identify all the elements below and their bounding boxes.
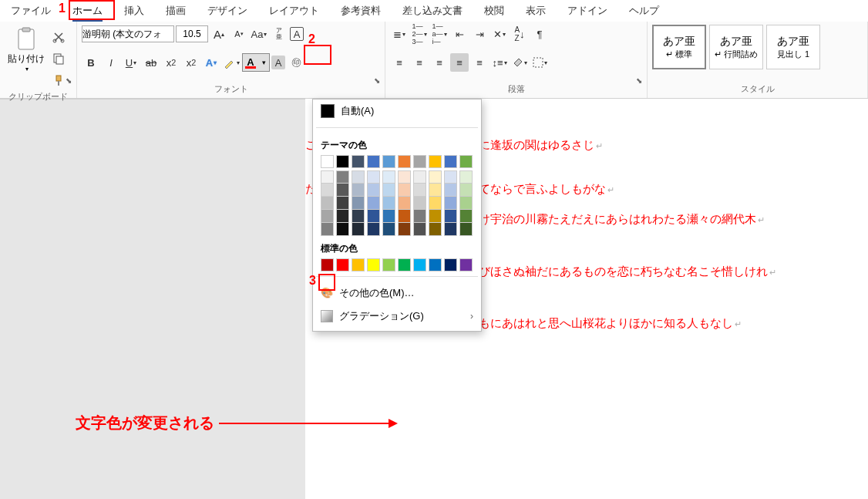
color-swatch[interactable] (398, 258, 411, 271)
paste-button[interactable]: 貼り付け ▾ (5, 25, 48, 74)
underline-button[interactable]: U▾ (122, 53, 140, 72)
color-swatch[interactable] (382, 155, 395, 168)
character-border-button[interactable]: A (290, 27, 304, 41)
color-swatch[interactable] (321, 170, 334, 184)
color-swatch[interactable] (367, 197, 380, 210)
color-swatch[interactable] (459, 197, 473, 210)
color-swatch[interactable] (321, 223, 334, 236)
style-card[interactable]: あア亜↵ 標準 (652, 25, 706, 69)
color-swatch[interactable] (352, 184, 365, 197)
multilevel-list-button[interactable]: 1—a—i—▾ (430, 25, 449, 43)
color-swatch[interactable] (352, 170, 365, 184)
color-swatch[interactable] (413, 155, 426, 168)
color-swatch[interactable] (352, 258, 365, 271)
align-right-button[interactable]: ≡ (430, 53, 449, 72)
color-swatch[interactable] (444, 184, 457, 197)
cut-button[interactable] (49, 28, 68, 46)
color-swatch[interactable] (367, 184, 380, 197)
tab-11[interactable]: ヘルプ (618, 1, 670, 21)
color-swatch[interactable] (367, 155, 380, 168)
shading-button[interactable]: ▾ (510, 53, 529, 72)
color-swatch[interactable] (429, 197, 442, 210)
copy-button[interactable] (49, 49, 68, 68)
superscript-button[interactable]: x2 (182, 53, 200, 72)
show-hide-marks-button[interactable]: ¶ (530, 25, 549, 43)
color-swatch[interactable] (459, 155, 473, 168)
character-shading-button[interactable]: A (271, 56, 285, 69)
font-color-button[interactable]: A (243, 54, 258, 71)
tab-7[interactable]: 差し込み文書 (392, 1, 473, 21)
tab-10[interactable]: アドイン (557, 1, 618, 21)
font-size-select[interactable] (176, 25, 208, 42)
increase-indent-button[interactable]: ⇥ (470, 25, 489, 43)
tab-9[interactable]: 表示 (515, 1, 557, 21)
automatic-color-item[interactable]: 自動(A) (313, 99, 481, 123)
color-swatch[interactable] (429, 223, 442, 236)
tab-5[interactable]: レイアウト (258, 1, 330, 21)
style-card[interactable]: あア亜見出し 1 (766, 25, 820, 69)
subscript-button[interactable]: x2 (162, 53, 180, 72)
color-swatch[interactable] (367, 210, 380, 223)
text-effects-button[interactable]: A▾ (202, 53, 220, 72)
color-swatch[interactable] (352, 197, 365, 210)
color-swatch[interactable] (413, 223, 426, 236)
color-swatch[interactable] (336, 197, 349, 210)
color-swatch[interactable] (398, 170, 411, 184)
color-swatch[interactable] (459, 170, 473, 184)
increase-font-button[interactable]: A▴ (210, 25, 228, 43)
color-swatch[interactable] (444, 155, 457, 168)
color-swatch[interactable] (367, 258, 380, 271)
color-swatch[interactable] (459, 223, 473, 236)
color-swatch[interactable] (336, 223, 349, 236)
color-swatch[interactable] (398, 184, 411, 197)
tab-0[interactable]: ファイル (0, 1, 62, 21)
color-swatch[interactable] (429, 155, 442, 168)
bold-button[interactable]: B (82, 53, 100, 72)
color-swatch[interactable] (336, 155, 349, 168)
align-center-button[interactable]: ≡ (410, 53, 429, 72)
color-swatch[interactable] (459, 210, 473, 223)
highlight-button[interactable]: ▾ (222, 53, 241, 72)
color-swatch[interactable] (444, 197, 457, 210)
color-swatch[interactable] (444, 210, 457, 223)
color-swatch[interactable] (398, 155, 411, 168)
color-swatch[interactable] (429, 258, 442, 271)
bullets-button[interactable]: ≣▾ (390, 25, 409, 43)
color-swatch[interactable] (413, 197, 426, 210)
color-swatch[interactable] (382, 197, 395, 210)
tab-4[interactable]: デザイン (197, 1, 258, 21)
color-swatch[interactable] (352, 210, 365, 223)
color-swatch[interactable] (382, 210, 395, 223)
color-swatch[interactable] (382, 223, 395, 236)
font-color-dropdown-arrow[interactable]: ▾ (258, 54, 269, 71)
color-swatch[interactable] (398, 210, 411, 223)
style-card[interactable]: あア亜↵ 行間詰め (709, 25, 763, 69)
color-swatch[interactable] (382, 184, 395, 197)
align-left-button[interactable]: ≡ (390, 53, 409, 72)
tab-2[interactable]: 挿入 (113, 1, 155, 21)
color-swatch[interactable] (321, 197, 334, 210)
change-case-button[interactable]: Aa▾ (250, 25, 268, 43)
decrease-indent-button[interactable]: ⇤ (450, 25, 469, 43)
color-swatch[interactable] (413, 184, 426, 197)
font-name-select[interactable] (82, 25, 174, 42)
color-swatch[interactable] (321, 258, 334, 271)
gradient-item[interactable]: グラデーション(G) › (313, 305, 481, 328)
tab-3[interactable]: 描画 (155, 1, 197, 21)
color-swatch[interactable] (336, 210, 349, 223)
tab-1[interactable]: ホーム (62, 1, 113, 21)
color-swatch[interactable] (444, 223, 457, 236)
sort-button[interactable]: AZ↓ (510, 25, 529, 43)
color-swatch[interactable] (367, 170, 380, 184)
color-swatch[interactable] (336, 258, 349, 271)
color-swatch[interactable] (398, 223, 411, 236)
font-color-split-button[interactable]: A ▾ (242, 53, 270, 72)
borders-button[interactable]: ▾ (530, 53, 549, 72)
color-swatch[interactable] (444, 170, 457, 184)
decrease-font-button[interactable]: A▾ (230, 25, 248, 43)
color-swatch[interactable] (382, 170, 395, 184)
color-swatch[interactable] (429, 210, 442, 223)
dialog-launcher-clipboard[interactable]: ⬊ (66, 76, 75, 86)
enclose-characters-button[interactable]: ㊞ (287, 53, 305, 72)
strikethrough-button[interactable]: ab (142, 53, 160, 72)
